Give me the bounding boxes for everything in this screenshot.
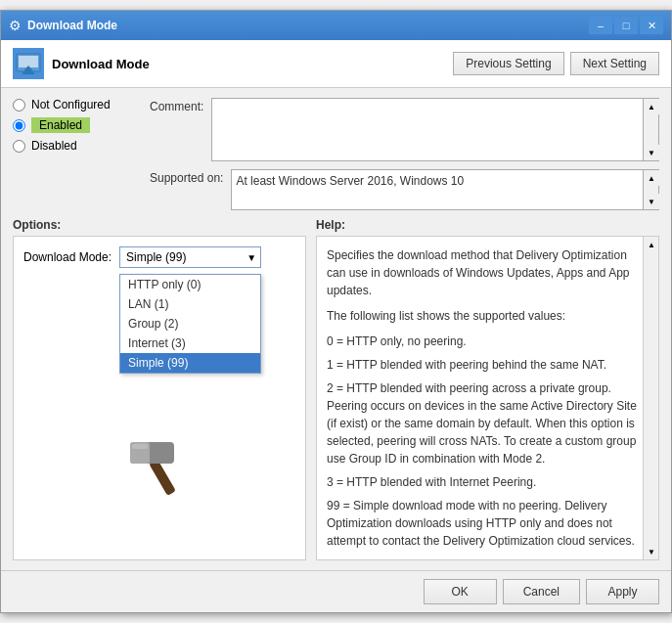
right-panel: Comment: ▲ ▼ Supported on: At least Wind…	[150, 98, 659, 210]
radio-group: Not Configured Enabled Disabled	[13, 98, 140, 153]
close-button[interactable]: ✕	[640, 17, 663, 34]
header-icon	[13, 48, 44, 79]
top-section: Not Configured Enabled Disabled Comment:	[13, 98, 659, 210]
hammer-area	[23, 424, 295, 506]
supported-value: At least Windows Server 2016, Windows 10	[232, 170, 643, 192]
dialog-header: Download Mode Previous Setting Next Sett…	[1, 40, 671, 88]
help-text-2: The following list shows the supported v…	[327, 307, 649, 325]
select-wrapper: Simple (99) ▼ HTTP only (0) LAN (1) Grou…	[119, 246, 261, 268]
dropdown-arrow-icon: ▼	[246, 252, 256, 263]
download-mode-label: Download Mode:	[23, 250, 112, 264]
svg-rect-4	[22, 72, 34, 74]
help-header-section: Help:	[316, 218, 659, 232]
comment-row: Comment: ▲ ▼	[150, 98, 659, 161]
comment-scrollbar: ▲ ▼	[643, 99, 658, 160]
footer: OK Cancel Apply	[1, 570, 671, 612]
not-configured-radio[interactable]: Not Configured	[13, 98, 140, 111]
supported-scroll-down[interactable]: ▼	[644, 194, 659, 209]
comment-wrapper: ▲ ▼	[211, 98, 659, 161]
help-text-5: 2 = HTTP blended with peering across a p…	[327, 379, 649, 467]
maximize-button[interactable]: □	[614, 17, 638, 34]
help-panel: Specifies the download method that Deliv…	[316, 236, 659, 560]
dialog-title: Download Mode	[52, 57, 150, 71]
dropdown-item-simple[interactable]: Simple (99)	[120, 353, 260, 373]
enabled-radio[interactable]: Enabled	[13, 117, 140, 133]
dropdown-item-group[interactable]: Group (2)	[120, 314, 260, 334]
options-header-section: Options:	[13, 218, 306, 232]
help-text-4: 1 = HTTP blended with peering behind the…	[327, 356, 649, 374]
supported-label: Supported on:	[150, 169, 223, 185]
scroll-down-arrow[interactable]: ▼	[644, 145, 659, 160]
title-controls: – □ ✕	[589, 17, 663, 34]
dropdown-item-internet[interactable]: Internet (3)	[120, 334, 260, 353]
dialog-header-left: Download Mode	[13, 48, 150, 79]
cancel-button[interactable]: Cancel	[503, 579, 580, 604]
next-setting-button[interactable]: Next Setting	[570, 52, 659, 75]
apply-button[interactable]: Apply	[586, 579, 659, 604]
help-text-3: 0 = HTTP only, no peering.	[327, 333, 649, 350]
dropdown-item-lan[interactable]: LAN (1)	[120, 294, 260, 314]
dropdown-menu: HTTP only (0) LAN (1) Group (2) Internet…	[119, 274, 261, 374]
previous-setting-button[interactable]: Previous Setting	[453, 52, 563, 75]
help-scrollbar: ▲ ▼	[643, 237, 658, 559]
download-mode-row: Download Mode: Simple (99) ▼ HTTP only (…	[23, 246, 295, 268]
help-text-1: Specifies the download method that Deliv…	[327, 246, 649, 299]
supported-wrapper: At least Windows Server 2016, Windows 10…	[231, 169, 659, 210]
options-header: Options:	[13, 218, 61, 232]
bottom-section: Download Mode: Simple (99) ▼ HTTP only (…	[13, 236, 659, 560]
supported-scrollbar: ▲ ▼	[643, 170, 658, 209]
comment-input[interactable]	[212, 99, 643, 156]
mode-select-display[interactable]: Simple (99) ▼	[119, 246, 261, 268]
window-title: Download Mode	[27, 19, 117, 32]
ok-button[interactable]: OK	[424, 579, 497, 604]
comment-label: Comment:	[150, 98, 203, 113]
help-text-7: 99 = Simple download mode with no peerin…	[327, 497, 649, 550]
window-icon: ⚙	[9, 18, 22, 33]
supported-scroll-up[interactable]: ▲	[644, 170, 659, 186]
svg-rect-5	[149, 459, 176, 496]
help-scroll-down[interactable]: ▼	[644, 544, 659, 559]
hammer-icon	[120, 424, 199, 506]
svg-rect-3	[25, 69, 31, 72]
selected-value: Simple (99)	[126, 250, 186, 264]
content-area: Not Configured Enabled Disabled Comment:	[1, 88, 671, 570]
svg-rect-8	[132, 444, 148, 449]
main-window: ⚙ Download Mode – □ ✕ Download Mode P	[0, 10, 672, 613]
scroll-up-arrow[interactable]: ▲	[644, 99, 659, 114]
header-buttons: Previous Setting Next Setting	[453, 52, 659, 75]
section-headers: Options: Help:	[13, 218, 659, 232]
title-bar-left: ⚙ Download Mode	[9, 18, 117, 33]
supported-row: Supported on: At least Windows Server 20…	[150, 169, 659, 210]
minimize-button[interactable]: –	[589, 17, 612, 34]
help-scroll-up[interactable]: ▲	[644, 237, 659, 252]
disabled-radio[interactable]: Disabled	[13, 139, 140, 153]
title-bar: ⚙ Download Mode – □ ✕	[1, 11, 671, 40]
help-header: Help:	[316, 218, 345, 232]
help-text-6: 3 = HTTP blended with Internet Peering.	[327, 473, 649, 491]
dropdown-item-http[interactable]: HTTP only (0)	[120, 275, 260, 294]
options-panel: Download Mode: Simple (99) ▼ HTTP only (…	[13, 236, 306, 560]
left-panel: Not Configured Enabled Disabled	[13, 98, 140, 210]
